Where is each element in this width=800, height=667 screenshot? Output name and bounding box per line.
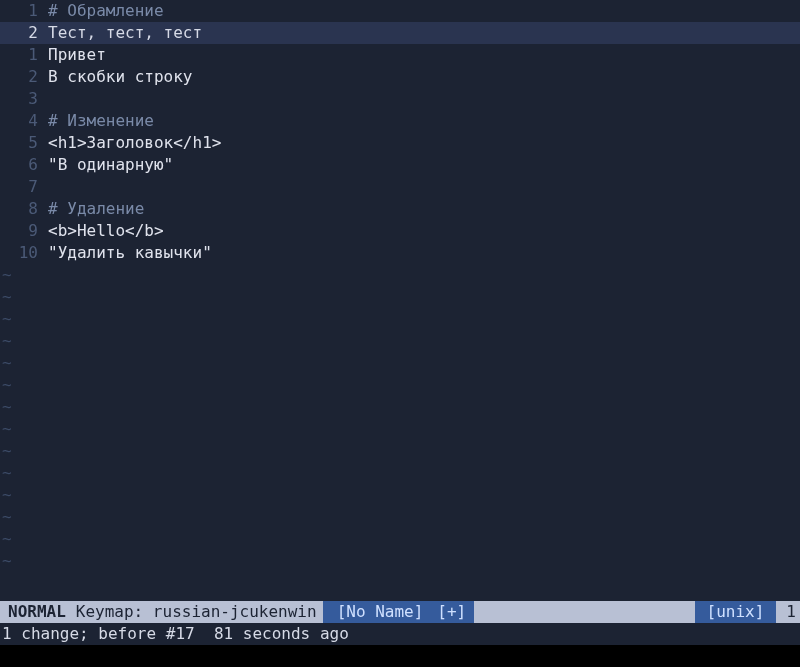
code-line[interactable]: 2Тест, тест, тест [0, 22, 800, 44]
status-right: 1 [776, 601, 800, 623]
line-text[interactable]: Привет [48, 44, 106, 66]
line-number: 5 [0, 132, 48, 154]
line-number: 3 [0, 88, 48, 110]
line-number: 4 [0, 110, 48, 132]
command-line[interactable]: 1 change; before #17 81 seconds ago [0, 623, 800, 645]
code-line[interactable]: 9<b>Hello</b> [0, 220, 800, 242]
line-number: 2 [0, 66, 48, 88]
empty-line-tilde: ~ [0, 352, 800, 374]
line-text[interactable]: "В одинарную" [48, 154, 173, 176]
code-line[interactable]: 1Привет [0, 44, 800, 66]
line-text[interactable]: <h1>Заголовок</h1> [48, 132, 221, 154]
empty-line-tilde: ~ [0, 440, 800, 462]
editor-window[interactable]: 1# Обрамление2Тест, тест, тест1Привет2В … [0, 0, 800, 667]
empty-line-tilde: ~ [0, 396, 800, 418]
line-text[interactable]: В скобки строку [48, 66, 193, 88]
line-number: 6 [0, 154, 48, 176]
empty-line-tilde: ~ [0, 528, 800, 550]
code-line[interactable]: 6"В одинарную" [0, 154, 800, 176]
empty-line-tilde: ~ [0, 264, 800, 286]
line-number: 1 [0, 44, 48, 66]
empty-line-tilde: ~ [0, 484, 800, 506]
modified-flag: [+] [437, 601, 474, 623]
code-line[interactable]: 10"Удалить кавычки" [0, 242, 800, 264]
empty-line-tilde: ~ [0, 330, 800, 352]
file-name: [No Name] [323, 601, 438, 623]
file-format: [unix] [695, 601, 777, 623]
line-text[interactable]: # Удаление [48, 198, 144, 220]
line-text[interactable]: # Обрамление [48, 0, 164, 22]
line-number: 10 [0, 242, 48, 264]
line-text[interactable]: <b>Hello</b> [48, 220, 164, 242]
empty-line-tilde: ~ [0, 418, 800, 440]
code-line[interactable]: 4# Изменение [0, 110, 800, 132]
empty-line-tilde: ~ [0, 308, 800, 330]
code-line[interactable]: 8# Удаление [0, 198, 800, 220]
mode-indicator: NORMAL [0, 601, 76, 623]
status-line: NORMAL Keymap: russian-jcukenwin [No Nam… [0, 601, 800, 623]
code-line[interactable]: 1# Обрамление [0, 0, 800, 22]
line-number: 2 [0, 22, 48, 44]
code-line[interactable]: 5<h1>Заголовок</h1> [0, 132, 800, 154]
line-text[interactable]: "Удалить кавычки" [48, 242, 212, 264]
keymap-indicator: Keymap: russian-jcukenwin [76, 601, 323, 623]
bottom-blackbar [0, 645, 800, 667]
line-text[interactable]: Тест, тест, тест [48, 22, 202, 44]
empty-line-tilde: ~ [0, 550, 800, 572]
empty-line-tilde: ~ [0, 506, 800, 528]
line-number: 8 [0, 198, 48, 220]
code-line[interactable]: 2В скобки строку [0, 66, 800, 88]
line-number: 7 [0, 176, 48, 198]
empty-line-tilde: ~ [0, 286, 800, 308]
code-line[interactable]: 3 [0, 88, 800, 110]
line-number: 1 [0, 0, 48, 22]
line-number: 9 [0, 220, 48, 242]
empty-line-tilde: ~ [0, 374, 800, 396]
line-text[interactable]: # Изменение [48, 110, 154, 132]
empty-line-tilde: ~ [0, 462, 800, 484]
code-line[interactable]: 7 [0, 176, 800, 198]
text-buffer[interactable]: 1# Обрамление2Тест, тест, тест1Привет2В … [0, 0, 800, 572]
